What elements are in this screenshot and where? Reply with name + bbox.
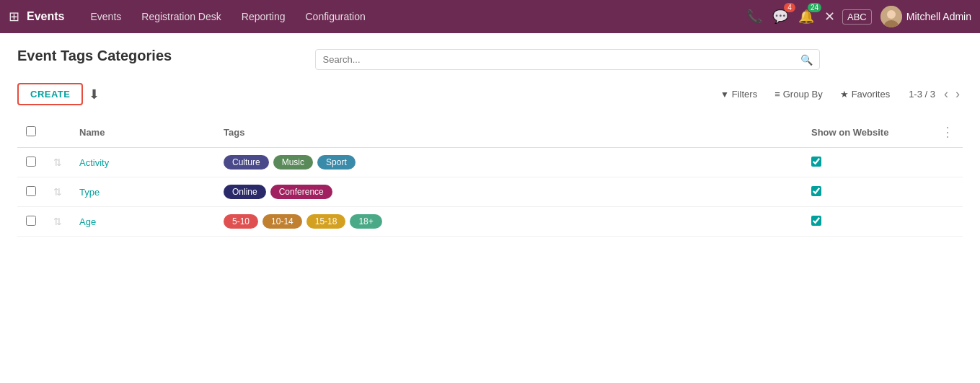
row-tags: CultureMusicSport [215,148,803,177]
nav-icons: 📞 💬 4 🔔 24 ✕ ABC Mitchell Admin [743,6,971,27]
filters-button[interactable]: ▼ Filters [713,85,764,103]
drag-handle[interactable]: ⇅ [45,177,71,207]
column-options-button[interactable]: ⋮ [941,124,954,140]
tag-pill[interactable]: 10-14 [262,214,302,229]
tag-pill[interactable]: Culture [224,155,269,170]
nav-links: Events Registration Desk Reporting Confi… [80,2,375,31]
filter-funnel-icon: ▼ [720,89,729,100]
app-grid-icon[interactable]: ⊞ [9,9,19,25]
row-tags: OnlineConference [215,177,803,207]
chat-icon[interactable]: 💬 4 [769,6,791,27]
th-show-website: Show on Website [803,117,932,148]
search-icon: 🔍 [800,54,813,66]
drag-handle[interactable]: ⇅ [45,207,71,237]
th-select-all[interactable] [17,117,45,148]
user-avatar [880,6,902,27]
user-name: Mitchell Admin [906,11,971,22]
row-name[interactable]: Activity [71,148,215,177]
user-menu[interactable]: Mitchell Admin [880,6,971,27]
table-row: ⇅ActivityCultureMusicSport [17,148,963,177]
next-page-button[interactable]: › [953,85,963,103]
row-actions [932,148,963,177]
show-website-checkbox[interactable] [811,186,821,196]
pagination-info: 1-3 / 3 [909,89,935,100]
page-title: Event Tags Categories [17,48,172,64]
filters-label: Filters [732,89,757,100]
groupby-button[interactable]: ≡ Group By [767,85,830,103]
th-drag [45,117,71,148]
svg-point-1 [887,10,896,19]
row-name[interactable]: Type [71,177,215,207]
groupby-label: Group By [783,89,823,100]
row-checkbox[interactable] [26,216,36,226]
table-header-row: Name Tags Show on Website ⋮ [17,117,963,148]
select-all-checkbox[interactable] [26,126,36,136]
nav-reporting[interactable]: Reporting [231,2,296,31]
toolbar: CREATE ⬇ ▼ Filters ≡ Group By ★ Favorite… [17,83,963,105]
create-button[interactable]: CREATE [17,83,83,105]
nav-events[interactable]: Events [80,2,131,31]
tag-pill[interactable]: 18+ [350,214,381,229]
event-tags-table: Name Tags Show on Website ⋮ ⇅ActivityCul… [17,117,963,237]
row-show-website[interactable] [803,148,932,177]
phone-icon[interactable]: 📞 [743,6,765,27]
tag-pill[interactable]: 5-10 [224,214,258,229]
row-name[interactable]: Age [71,207,215,237]
tag-pill[interactable]: 15-18 [306,214,346,229]
row-checkbox-cell[interactable] [17,207,45,237]
tag-pill[interactable]: Conference [270,185,332,199]
activity-icon[interactable]: 🔔 24 [795,6,817,27]
tag-pill[interactable]: Online [224,185,266,199]
pagination-buttons: ‹ › [941,85,963,103]
download-icon[interactable]: ⬇ [89,87,100,102]
close-icon[interactable]: ✕ [821,6,838,27]
favorites-button[interactable]: ★ Favorites [833,85,897,103]
nav-configuration[interactable]: Configuration [295,2,375,31]
favorites-label: Favorites [852,89,890,100]
row-actions [932,207,963,237]
row-checkbox[interactable] [26,157,36,167]
row-checkbox-cell[interactable] [17,148,45,177]
top-navigation: ⊞ Events Events Registration Desk Report… [0,0,980,33]
row-tags: 5-1010-1415-1818+ [215,207,803,237]
row-show-website[interactable] [803,177,932,207]
row-checkbox-cell[interactable] [17,177,45,207]
tag-pill[interactable]: Music [273,155,313,170]
th-actions: ⋮ [932,117,963,148]
prev-page-button[interactable]: ‹ [941,85,951,103]
star-icon: ★ [840,89,849,100]
drag-handle[interactable]: ⇅ [45,148,71,177]
th-tags: Tags [215,117,803,148]
table-row: ⇅Age5-1010-1415-1818+ [17,207,963,237]
table-row: ⇅TypeOnlineConference [17,177,963,207]
chat-badge: 4 [784,3,795,12]
row-actions [932,177,963,207]
abc-button[interactable]: ABC [842,9,872,25]
toolbar-right: ▼ Filters ≡ Group By ★ Favorites 1-3 / 3… [713,85,963,103]
show-website-checkbox[interactable] [811,157,821,167]
app-name[interactable]: Events [27,10,64,23]
groupby-icon: ≡ [774,89,780,100]
nav-registration-desk[interactable]: Registration Desk [131,2,231,31]
th-name[interactable]: Name [71,117,215,148]
show-website-checkbox[interactable] [811,216,821,226]
main-content: Event Tags Categories 🔍 CREATE ⬇ ▼ Filte… [0,33,980,383]
activity-badge: 24 [808,3,821,12]
row-checkbox[interactable] [26,186,36,196]
row-show-website[interactable] [803,207,932,237]
tag-pill[interactable]: Sport [317,155,356,170]
search-input[interactable] [315,49,820,70]
